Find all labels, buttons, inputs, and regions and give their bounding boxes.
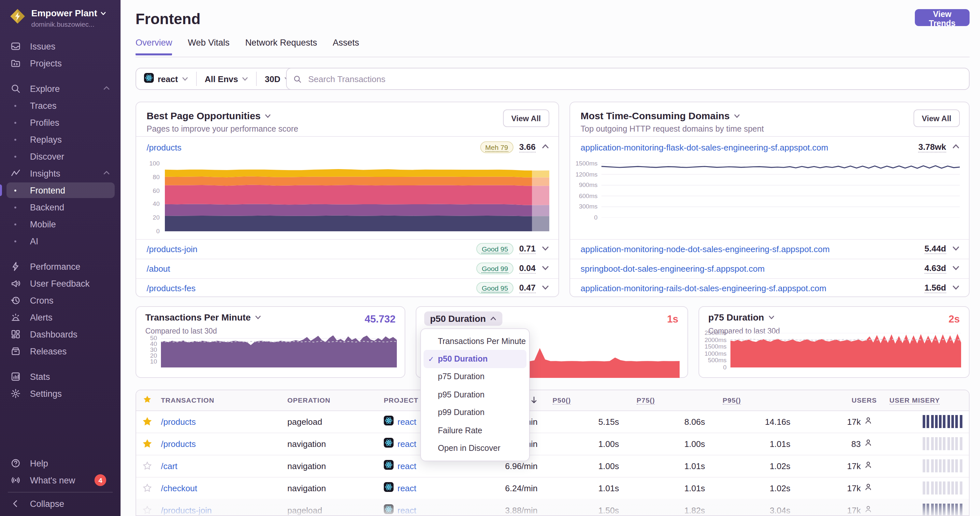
best-pages-view-all-button[interactable]: View All	[503, 110, 549, 127]
sidebar-item-traces[interactable]: Traces	[0, 97, 121, 114]
sidebar-item-what-s-new[interactable]: What's new4	[0, 472, 121, 489]
project-link[interactable]: react	[398, 439, 416, 449]
sidebar-item-alerts[interactable]: Alerts	[0, 309, 121, 326]
sidebar-item-profiles[interactable]: Profiles	[0, 114, 121, 131]
column-header-project[interactable]: PROJECT	[384, 396, 418, 404]
star-toggle[interactable]	[143, 455, 152, 477]
sidebar-item-help[interactable]: Help	[0, 455, 121, 472]
sidebar-item-collapse[interactable]: Collapse	[0, 495, 121, 512]
column-header-p50[interactable]: P50()	[552, 396, 571, 405]
date-range-filter-label: 30D	[265, 74, 280, 84]
p75-area-chart[interactable]	[730, 333, 961, 367]
domain-link[interactable]: application-monitoring-flask-dot-sales-e…	[581, 142, 918, 152]
column-header-transaction[interactable]: TRANSACTION	[161, 396, 215, 404]
best-pages-title[interactable]: Best Page Opportunities	[146, 110, 271, 121]
transaction-link[interactable]: /products	[161, 439, 196, 449]
star-toggle[interactable]	[143, 410, 152, 433]
p50-metric-selector[interactable]: p50 Duration	[424, 311, 502, 326]
page-link[interactable]: /products-fes	[146, 283, 477, 293]
sidebar-item-projects[interactable]: Projects	[0, 55, 121, 71]
table-row: /cartnavigationreact6.96/min1.00s1.01s1.…	[136, 455, 969, 478]
sidebar-item-mobile[interactable]: Mobile	[0, 216, 121, 233]
menu-item-open-in-discover[interactable]: Open in Discover	[423, 440, 527, 457]
tpm-area-chart[interactable]	[161, 335, 397, 367]
sidebar-item-replays[interactable]: Replays	[0, 131, 121, 148]
sidebar-item-label: Discover	[30, 151, 121, 161]
column-header-p75[interactable]: P75()	[636, 396, 655, 405]
column-header-users[interactable]: USERS	[852, 396, 877, 404]
sidebar-item-issues[interactable]: Issues	[0, 38, 121, 55]
p95-cell: 1.02s	[770, 477, 791, 499]
transaction-link[interactable]: /cart	[161, 461, 178, 471]
sidebar-item-crons[interactable]: Crons	[0, 292, 121, 309]
opportunity-score: 0.71	[519, 244, 536, 254]
org-switcher[interactable]: Empower Plant dominik.buszowiec...	[9, 8, 106, 28]
chevron-down-icon[interactable]	[952, 243, 960, 255]
domain-link[interactable]: application-monitoring-node-dot-sales-en…	[581, 244, 924, 254]
pages-stacked-chart[interactable]	[165, 164, 549, 231]
chevron-down-icon[interactable]	[541, 262, 549, 274]
sidebar-item-releases[interactable]: Releases	[0, 343, 121, 360]
search-input[interactable]	[307, 73, 963, 84]
menu-item-p95-duration[interactable]: p95 Duration	[423, 386, 527, 403]
domain-link[interactable]: application-monitoring-rails-dot-sales-e…	[581, 283, 924, 293]
sidebar-item-stats[interactable]: Stats	[0, 368, 121, 385]
org-user: dominik.buszowiec...	[31, 20, 106, 28]
sidebar-item-backend[interactable]: Backend	[0, 199, 121, 216]
transaction-link[interactable]: /products	[161, 417, 196, 426]
environment-filter[interactable]: All Envs	[197, 68, 256, 89]
sidebar-item-settings[interactable]: Settings	[0, 385, 121, 402]
project-link[interactable]: react	[398, 505, 416, 515]
chevron-down-icon[interactable]	[952, 282, 960, 294]
chevron-down-icon[interactable]	[952, 262, 960, 274]
sidebar-item-performance[interactable]: Performance	[0, 258, 121, 275]
project-link[interactable]: react	[398, 417, 416, 426]
project-link[interactable]: react	[398, 483, 416, 493]
menu-item-p75-duration[interactable]: p75 Duration	[423, 368, 527, 386]
sidebar-item-frontend[interactable]: Frontend	[0, 182, 121, 199]
sidebar-item-explore[interactable]: Explore	[0, 80, 121, 97]
tab-web-vitals[interactable]: Web Vitals	[188, 38, 230, 56]
star-column-header-icon[interactable]	[143, 395, 152, 405]
tab-overview[interactable]: Overview	[135, 38, 172, 56]
sidebar-item-user-feedback[interactable]: User Feedback	[0, 275, 121, 292]
menu-item-transactions-per-minute[interactable]: Transactions Per Minute	[423, 332, 527, 350]
p75-metric-selector[interactable]: p75 Duration	[708, 312, 775, 322]
column-header-operation[interactable]: OPERATION	[287, 396, 330, 404]
tab-network-requests[interactable]: Network Requests	[245, 38, 317, 56]
star-toggle[interactable]	[143, 477, 152, 499]
p50-value: 1s	[667, 313, 679, 325]
sidebar-item-ai[interactable]: AI	[0, 233, 121, 249]
menu-item-p99-duration[interactable]: p99 Duration	[423, 403, 527, 422]
project-link[interactable]: react	[398, 461, 416, 471]
chevron-down-icon[interactable]	[541, 243, 549, 255]
domain-line-chart[interactable]	[601, 164, 960, 218]
chevron-down-icon	[768, 314, 775, 321]
page-link[interactable]: /products-join	[146, 244, 477, 254]
transaction-link[interactable]: /checkout	[161, 483, 197, 493]
chevron-up-icon[interactable]	[952, 141, 960, 153]
sidebar-item-dashboards[interactable]: Dashboards	[0, 326, 121, 343]
transaction-link[interactable]: /products-join	[161, 505, 212, 515]
chevron-down-icon[interactable]	[541, 282, 549, 294]
domains-view-all-button[interactable]: View All	[913, 110, 960, 127]
page-link[interactable]: /products	[146, 142, 480, 152]
p75-cell: 1.01s	[684, 455, 705, 477]
sidebar-item-discover[interactable]: Discover	[0, 148, 121, 165]
menu-item-failure-rate[interactable]: Failure Rate	[423, 422, 527, 440]
tpm-metric-selector[interactable]: Transactions Per Minute	[145, 312, 261, 322]
column-header-p95[interactable]: P95()	[722, 396, 741, 405]
feedback-icon	[10, 278, 21, 289]
sidebar-item-insights[interactable]: Insights	[0, 165, 121, 182]
menu-item-p50-duration[interactable]: ✓p50 Duration	[423, 350, 527, 368]
chevron-up-icon[interactable]	[541, 141, 549, 153]
tab-assets[interactable]: Assets	[332, 38, 359, 56]
page-link[interactable]: /about	[146, 264, 477, 273]
star-toggle[interactable]	[143, 499, 152, 516]
view-trends-button[interactable]: View Trends	[915, 9, 970, 26]
column-header-user-misery[interactable]: USER MISERY	[889, 396, 940, 405]
project-filter[interactable]: react	[136, 68, 196, 89]
domain-link[interactable]: springboot-dot-sales-engineering-sf.apps…	[581, 264, 924, 273]
star-toggle[interactable]	[143, 433, 152, 455]
domains-title[interactable]: Most Time-Consuming Domains	[581, 110, 740, 121]
